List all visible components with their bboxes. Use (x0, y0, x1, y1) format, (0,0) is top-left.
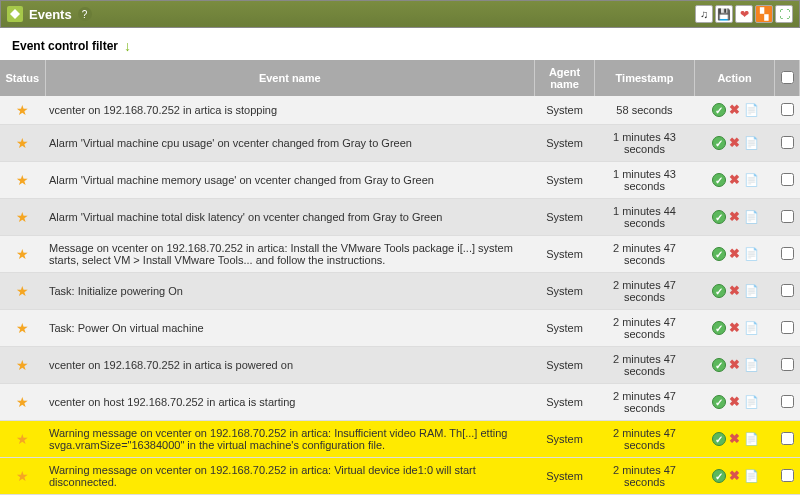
star-icon[interactable]: ★ (16, 209, 29, 225)
details-icon[interactable]: 📄 (744, 358, 758, 372)
event-name-cell[interactable]: Message on vcenter on 192.168.70.252 in … (45, 236, 535, 273)
status-cell: ★ (0, 96, 45, 125)
details-icon[interactable]: 📄 (744, 395, 758, 409)
event-name-cell[interactable]: Task: Initialize powering On (45, 273, 535, 310)
star-icon[interactable]: ★ (16, 283, 29, 299)
agent-cell[interactable]: System (535, 310, 595, 347)
delete-row-icon[interactable]: ✖ (728, 395, 742, 409)
star-icon[interactable]: ★ (16, 357, 29, 373)
delete-row-icon[interactable]: ✖ (728, 284, 742, 298)
star-icon[interactable]: ★ (16, 431, 29, 447)
delete-row-icon[interactable]: ✖ (728, 103, 742, 117)
delete-row-icon[interactable]: ✖ (728, 469, 742, 483)
details-icon[interactable]: 📄 (744, 284, 758, 298)
table-row: ★Task: Power On virtual machineSystem2 m… (0, 310, 800, 347)
status-cell: ★ (0, 162, 45, 199)
timestamp-cell: 1 minutes 44 seconds (595, 199, 695, 236)
details-icon[interactable]: 📄 (744, 432, 758, 446)
star-icon[interactable]: ★ (16, 102, 29, 118)
action-cell: ✓✖📄 (695, 273, 775, 310)
event-name-cell[interactable]: Warning message on vcenter on 192.168.70… (45, 421, 535, 458)
event-name-cell[interactable]: vcenter on 192.168.70.252 in artica is p… (45, 347, 535, 384)
sound-icon[interactable]: ♫ (695, 5, 713, 23)
event-name-cell[interactable]: vcenter on 192.168.70.252 in artica is s… (45, 96, 535, 125)
row-checkbox[interactable] (781, 173, 794, 186)
row-checkbox[interactable] (781, 469, 794, 482)
checkbox-cell (775, 125, 800, 162)
agent-cell[interactable]: System (535, 458, 595, 495)
row-checkbox[interactable] (781, 321, 794, 334)
validate-icon[interactable]: ✓ (712, 173, 726, 187)
delete-row-icon[interactable]: ✖ (728, 247, 742, 261)
status-cell: ★ (0, 236, 45, 273)
delete-row-icon[interactable]: ✖ (728, 358, 742, 372)
validate-icon[interactable]: ✓ (712, 103, 726, 117)
row-checkbox[interactable] (781, 136, 794, 149)
agent-cell[interactable]: System (535, 273, 595, 310)
row-checkbox[interactable] (781, 358, 794, 371)
agent-cell[interactable]: System (535, 199, 595, 236)
row-checkbox[interactable] (781, 432, 794, 445)
col-eventname: Event name (45, 60, 535, 96)
event-name-cell[interactable]: vcenter on host 192.168.70.252 in artica… (45, 384, 535, 421)
details-icon[interactable]: 📄 (744, 247, 758, 261)
delete-row-icon[interactable]: ✖ (728, 173, 742, 187)
row-checkbox[interactable] (781, 210, 794, 223)
select-all-checkbox[interactable] (781, 71, 794, 84)
delete-row-icon[interactable]: ✖ (728, 321, 742, 335)
details-icon[interactable]: 📄 (744, 173, 758, 187)
validate-icon[interactable]: ✓ (712, 469, 726, 483)
details-icon[interactable]: 📄 (744, 469, 758, 483)
expand-filter-icon[interactable]: ↓ (124, 38, 131, 54)
details-icon[interactable]: 📄 (744, 210, 758, 224)
details-icon[interactable]: 📄 (744, 103, 758, 117)
favorite-icon[interactable]: ❤ (735, 5, 753, 23)
rss-icon[interactable]: ▚ (755, 5, 773, 23)
validate-icon[interactable]: ✓ (712, 321, 726, 335)
star-icon[interactable]: ★ (16, 320, 29, 336)
event-name-cell[interactable]: Alarm 'Virtual machine memory usage' on … (45, 162, 535, 199)
validate-icon[interactable]: ✓ (712, 395, 726, 409)
agent-cell[interactable]: System (535, 347, 595, 384)
event-name-cell[interactable]: Warning message on vcenter on 192.168.70… (45, 458, 535, 495)
row-checkbox[interactable] (781, 247, 794, 260)
agent-cell[interactable]: System (535, 421, 595, 458)
col-status: Status (0, 60, 45, 96)
agent-cell[interactable]: System (535, 236, 595, 273)
event-name-cell[interactable]: Task: Power On virtual machine (45, 310, 535, 347)
delete-row-icon[interactable]: ✖ (728, 210, 742, 224)
details-icon[interactable]: 📄 (744, 321, 758, 335)
validate-icon[interactable]: ✓ (712, 210, 726, 224)
filter-section: Event control filter ↓ (0, 28, 800, 60)
page-header: Events ? ♫ 💾 ❤ ▚ ⛶ (0, 0, 800, 28)
event-name-cell[interactable]: Alarm 'Virtual machine total disk latenc… (45, 199, 535, 236)
validate-icon[interactable]: ✓ (712, 284, 726, 298)
validate-icon[interactable]: ✓ (712, 432, 726, 446)
validate-icon[interactable]: ✓ (712, 136, 726, 150)
row-checkbox[interactable] (781, 103, 794, 116)
event-name-cell[interactable]: Alarm 'Virtual machine cpu usage' on vce… (45, 125, 535, 162)
help-icon[interactable]: ? (78, 7, 92, 21)
row-checkbox[interactable] (781, 284, 794, 297)
agent-cell[interactable]: System (535, 125, 595, 162)
star-icon[interactable]: ★ (16, 135, 29, 151)
table-row: ★Warning message on vcenter on 192.168.7… (0, 458, 800, 495)
delete-row-icon[interactable]: ✖ (728, 432, 742, 446)
delete-row-icon[interactable]: ✖ (728, 136, 742, 150)
details-icon[interactable]: 📄 (744, 136, 758, 150)
status-cell: ★ (0, 347, 45, 384)
checkbox-cell (775, 273, 800, 310)
star-icon[interactable]: ★ (16, 394, 29, 410)
star-icon[interactable]: ★ (16, 468, 29, 484)
star-icon[interactable]: ★ (16, 172, 29, 188)
validate-icon[interactable]: ✓ (712, 247, 726, 261)
agent-cell[interactable]: System (535, 384, 595, 421)
checkbox-cell (775, 199, 800, 236)
fullscreen-icon[interactable]: ⛶ (775, 5, 793, 23)
star-icon[interactable]: ★ (16, 246, 29, 262)
validate-icon[interactable]: ✓ (712, 358, 726, 372)
agent-cell[interactable]: System (535, 162, 595, 199)
agent-cell[interactable]: System (535, 96, 595, 125)
save-icon[interactable]: 💾 (715, 5, 733, 23)
row-checkbox[interactable] (781, 395, 794, 408)
